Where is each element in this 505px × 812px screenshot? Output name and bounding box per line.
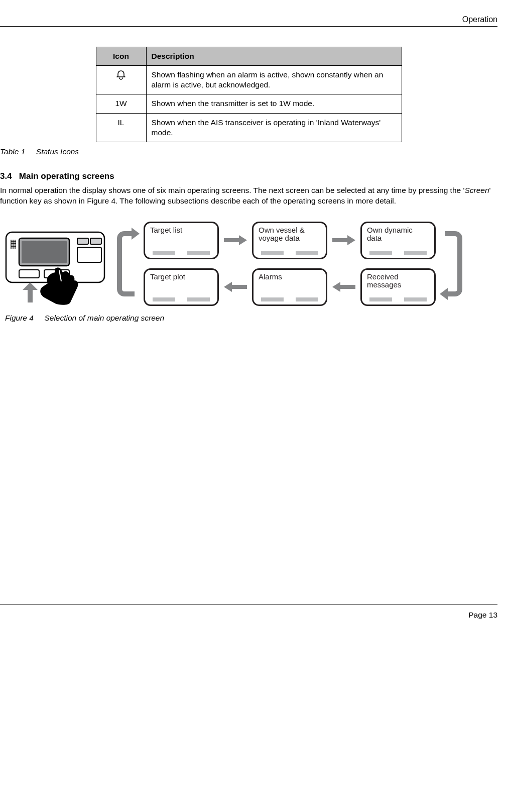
- page-number: Page 13: [468, 611, 497, 619]
- screen-target-plot: Target plot: [144, 268, 219, 306]
- cell-icon: IL: [96, 113, 146, 142]
- arrow-left-icon: [332, 282, 355, 292]
- screen-target-list: Target list: [144, 222, 219, 259]
- screen-own-vessel: Own vessel & voyage data: [252, 222, 327, 259]
- table-caption-prefix: Table 1: [0, 147, 25, 156]
- screen-label: Received messages: [367, 273, 429, 289]
- screen-label: Own vessel & voyage data: [259, 226, 321, 243]
- body-italic: Screen: [464, 186, 489, 194]
- table-caption-title: Status Icons: [36, 147, 79, 156]
- section-title: Main operating screens: [19, 171, 114, 181]
- table-row: 1W Shown when the transmitter is set to …: [96, 94, 402, 113]
- svg-rect-9: [77, 238, 88, 244]
- col-header-desc: Description: [146, 47, 402, 66]
- svg-rect-2: [22, 241, 67, 263]
- screen-label: Target plot: [150, 273, 212, 281]
- cell-desc: Shown when the transmitter is set to 1W …: [146, 94, 402, 113]
- cell-desc: Shown when the AIS transceiver is operat…: [146, 113, 402, 142]
- svg-rect-16: [232, 285, 247, 289]
- screen-label: Target list: [150, 226, 212, 235]
- section-heading: 3.4 Main operating screens: [0, 171, 497, 181]
- screen-label: Alarms: [259, 273, 321, 281]
- svg-rect-10: [90, 238, 101, 244]
- table-row: IL Shown when the AIS transceiver is ope…: [96, 113, 402, 142]
- screen-label: Own dynamic data: [367, 226, 429, 243]
- page-footer: Page 13: [0, 604, 497, 620]
- screen-own-dynamic: Own dynamic data: [360, 222, 436, 259]
- bell-icon: [115, 72, 127, 82]
- svg-rect-11: [77, 247, 101, 262]
- loop-arrow-left-icon: [114, 224, 140, 304]
- section-body: In normal operation the display shows on…: [0, 185, 497, 207]
- loop-arrow-right-icon: [440, 224, 465, 304]
- screen-alarms: Alarms: [252, 268, 327, 306]
- svg-rect-15: [332, 238, 347, 242]
- body-part-a: In normal operation the display shows on…: [0, 186, 464, 194]
- page-header: Operation: [0, 15, 497, 27]
- up-arrow-icon: [23, 282, 38, 302]
- svg-rect-17: [340, 285, 355, 289]
- figure-caption: Figure 4 Selection of main operating scr…: [5, 314, 497, 323]
- cell-icon: 1W: [96, 94, 146, 113]
- device-illustration: [5, 222, 105, 305]
- col-header-icon: Icon: [96, 47, 146, 66]
- screen-received-messages: Received messages: [360, 268, 436, 306]
- figure-4: Target list Own vessel & voyage data Own…: [5, 222, 497, 323]
- cell-desc: Shown flashing when an alarm is active, …: [146, 66, 402, 94]
- arrow-left-icon: [224, 282, 247, 292]
- arrow-right-icon: [332, 235, 355, 245]
- figure-caption-title: Selection of main operating screen: [44, 314, 164, 322]
- section-number: 3.4: [0, 171, 12, 181]
- svg-rect-14: [224, 238, 239, 242]
- header-section-label: Operation: [462, 15, 497, 24]
- table-caption: Table 1 Status Icons: [0, 147, 497, 156]
- screens-grid: Target list Own vessel & voyage data Own…: [114, 222, 465, 306]
- svg-rect-12: [19, 270, 39, 278]
- screen-flow-diagram: Target list Own vessel & voyage data Own…: [5, 222, 497, 306]
- cell-icon: [96, 66, 146, 94]
- arrow-right-icon: [224, 235, 247, 245]
- table-row: Shown flashing when an alarm is active, …: [96, 66, 402, 94]
- figure-caption-prefix: Figure 4: [5, 314, 34, 322]
- status-icons-table: Icon Description Shown flashing when an …: [96, 47, 402, 142]
